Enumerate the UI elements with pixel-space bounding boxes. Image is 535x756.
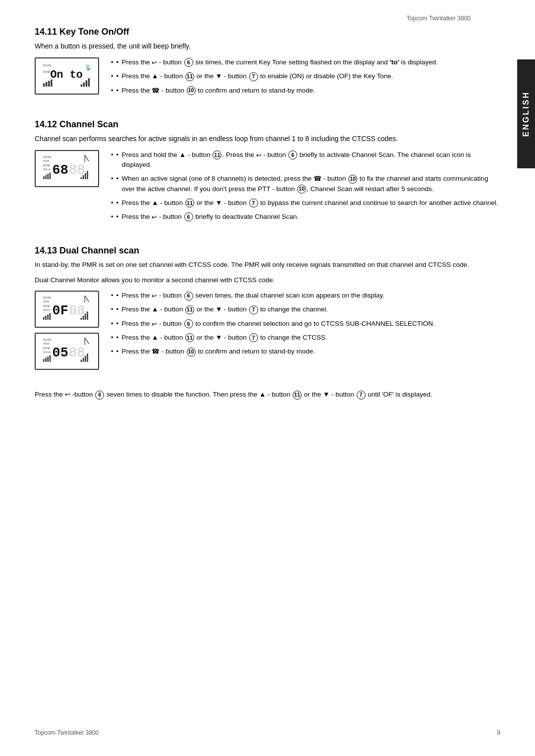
svg-rect-24 [43,176,45,179]
svg-rect-59 [50,355,51,362]
svg-text:SCAN: SCAN [43,64,51,67]
svg-text:CH+1: CH+1 [43,351,51,353]
svg-rect-21 [83,175,84,179]
svg-rect-57 [45,358,47,362]
svg-text:05: 05 [53,346,68,360]
bullet-14-13-5: • Press the ☎ - button 10 to confirm and… [111,347,500,356]
svg-text:68: 68 [53,163,68,178]
svg-text:DCM: DCM [43,164,50,167]
section-14-12-bullets: • Press and hold the ▲ - button 11. Pres… [111,150,500,226]
svg-text:DCM: DCM [43,70,50,73]
bullet-14-11-1: • Press the ↩ - button 6 six times, the … [111,57,500,67]
svg-rect-37 [83,316,84,320]
svg-text:CH+1: CH+1 [43,308,51,311]
svg-rect-20 [81,177,82,179]
svg-rect-9 [83,83,85,87]
section-14-13-bullets: • Press the ↩ - button 6 seven times, th… [111,291,500,360]
section-14-13-heading: 14.13 Dual Channel scan [35,246,500,256]
section-14-13-intro1: In stand-by, the PMR is set on one set c… [35,260,500,270]
bullet-14-12-3: • Press the ▲ - button 11 or the ▼ - but… [111,198,500,208]
svg-line-50 [85,338,89,344]
device-display-14-13-b: SCAN VOX DCM CH+1 05 88 [35,333,99,370]
svg-rect-26 [48,174,49,179]
section-14-12-content: SCAN VOX DCM CH+1 68 88 [35,150,500,226]
svg-rect-27 [50,172,51,179]
section-14-13-images: SCAN VOX DCM CH+1 0F 88 [35,291,99,370]
top-header: Topcom Twintalker 3800 [35,15,500,22]
svg-rect-43 [50,313,51,320]
device-display-14-13-a: SCAN VOX DCM CH+1 0F 88 [35,291,99,328]
footer-left: Topcom Twintalker 3800 [35,729,99,736]
bullet-14-12-2: • When an active signal (one of 8 channe… [111,174,500,194]
side-tab: ENGLISH [517,59,535,168]
side-tab-label: ENGLISH [522,91,531,137]
bullet-14-11-3: • Press the ☎ - button 10 to confirm and… [111,86,500,96]
bullet-14-13-4: • Press the ▲ - button 11 or the ▼ - but… [111,333,500,343]
bullet-14-12-4: • Press the ↩ - button 6 briefly to deac… [111,212,500,222]
bullet-14-13-2: • Press the ▲ - button 11 or the ▼ - but… [111,304,500,314]
svg-text:0F: 0F [53,303,68,318]
svg-rect-23 [87,171,88,179]
svg-text:88: 88 [69,303,85,318]
section-14-11-heading: 14.11 Key Tone On/Off [35,27,500,37]
svg-rect-40 [43,317,45,320]
svg-text:DCM: DCM [43,347,50,350]
svg-rect-41 [45,316,47,320]
section-14-13: 14.13 Dual Channel scan In stand-by, the… [35,246,500,400]
svg-rect-54 [85,355,86,362]
svg-text:SCAN: SCAN [43,338,51,341]
svg-text:VOX: VOX [43,301,49,303]
top-header-title: Topcom Twintalker 3800 [407,15,471,22]
section-14-13-footer-para: Press the ↩ -button 6 seven times to dis… [35,390,500,400]
section-14-12-heading: 14.12 Channel Scan [35,119,500,130]
svg-rect-58 [48,356,49,362]
svg-rect-5 [48,81,50,87]
section-14-12: 14.12 Channel Scan Channel scan performs… [35,119,500,226]
svg-rect-25 [45,175,47,179]
section-14-13-intro2: Dual Channel Monitor allows you to monit… [35,275,500,286]
svg-rect-6 [51,80,52,87]
svg-rect-56 [43,359,45,362]
svg-rect-3 [43,83,45,87]
svg-text:📡: 📡 [85,64,92,71]
section-14-11-content: SCAN On to DCM 📡 [35,57,500,100]
svg-rect-22 [85,173,86,179]
svg-text:SCAN: SCAN [43,155,51,158]
device-display-14-12: SCAN VOX DCM CH+1 68 88 [35,150,99,187]
svg-text:DCM: DCM [43,304,50,307]
device-display-14-11: SCAN On to DCM 📡 [35,57,99,95]
bullet-14-11-2: • Press the ▲ - button 11 or the ▼ - but… [111,71,500,81]
svg-text:SCAN: SCAN [43,296,51,299]
svg-rect-55 [87,353,88,362]
svg-rect-52 [81,360,82,362]
page-footer: Topcom Twintalker 3800 9 [35,729,500,736]
section-14-11: 14.11 Key Tone On/Off When a button is p… [35,27,500,100]
section-14-11-intro: When a button is pressed, the unit will … [35,41,500,51]
bullet-14-12-1: • Press and hold the ▲ - button 11. Pres… [111,150,500,170]
svg-rect-39 [87,311,88,320]
section-14-12-intro: Channel scan performs searches for activ… [35,134,500,144]
svg-rect-10 [86,80,87,87]
svg-rect-53 [83,358,84,362]
svg-text:On to: On to [50,69,82,81]
svg-rect-36 [81,318,82,320]
svg-text:88: 88 [69,346,85,360]
bullet-14-13-3: • Press the ↩ - button 6 to confirm the … [111,319,500,329]
svg-line-34 [85,296,89,302]
svg-rect-8 [81,85,82,87]
section-14-11-bullets: • Press the ↩ - button 6 six times, the … [111,57,500,100]
svg-text:88: 88 [69,163,85,178]
svg-rect-38 [85,313,86,320]
section-14-13-content: SCAN VOX DCM CH+1 0F 88 [35,291,500,370]
svg-text:VOX: VOX [43,343,49,346]
svg-rect-42 [48,314,49,320]
svg-text:VOX: VOX [43,159,49,162]
svg-line-18 [85,155,89,161]
svg-rect-11 [88,78,90,87]
svg-rect-4 [46,82,47,87]
bullet-14-13-1: • Press the ↩ - button 6 seven times, th… [111,291,500,301]
svg-text:CH+1: CH+1 [43,168,51,171]
footer-right: 9 [497,729,500,736]
page-container: Topcom Twintalker 3800 ENGLISH 14.11 Key… [0,0,535,756]
